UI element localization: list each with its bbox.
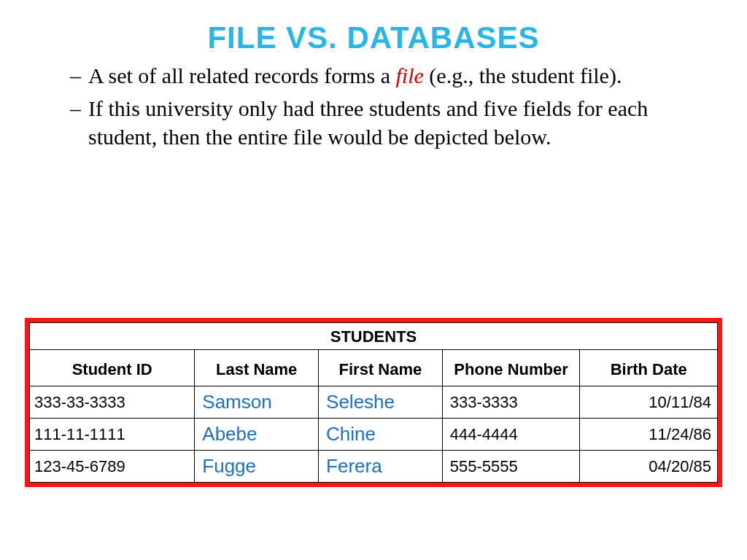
bullet-text: A set of all related records forms a fil… [88, 61, 703, 90]
cell-first-name: Ferera [319, 451, 443, 483]
col-header-first-name: First Name [319, 350, 443, 386]
cell-student-id: 123-45-6789 [30, 451, 195, 483]
col-header-last-name: Last Name [195, 350, 319, 386]
bullet-item: – If this university only had three stud… [70, 94, 703, 151]
col-header-birth-date: Birth Date [580, 350, 718, 386]
table-caption: STUDENTS [30, 323, 718, 350]
keyword-file: file [396, 63, 424, 88]
cell-phone: 555-5555 [442, 451, 580, 483]
bullet-text: If this university only had three studen… [88, 94, 703, 151]
bullet-dash-icon: – [70, 61, 81, 90]
cell-last-name: Samson [195, 386, 319, 419]
cell-first-name: Seleshe [319, 386, 443, 419]
cell-student-id: 111-11-1111 [30, 419, 195, 451]
table-row: 333-33-3333 Samson Seleshe 333-3333 10/1… [30, 386, 718, 419]
cell-phone: 333-3333 [442, 386, 580, 419]
students-table: STUDENTS Student ID Last Name First Name… [29, 322, 718, 483]
slide-title: FILE VS. DATABASES [29, 20, 718, 55]
cell-birth-date: 11/24/86 [580, 419, 718, 451]
cell-student-id: 333-33-3333 [30, 386, 195, 419]
cell-last-name: Fugge [195, 451, 319, 483]
table-row: 123-45-6789 Fugge Ferera 555-5555 04/20/… [30, 451, 718, 483]
bullet-dash-icon: – [70, 94, 81, 151]
table-row: 111-11-1111 Abebe Chine 444-4444 11/24/8… [30, 419, 718, 451]
cell-last-name: Abebe [195, 419, 319, 451]
bullet-item: – A set of all related records forms a f… [70, 61, 703, 90]
cell-first-name: Chine [319, 419, 443, 451]
table-header-row: Student ID Last Name First Name Phone Nu… [30, 350, 718, 386]
cell-phone: 444-4444 [442, 419, 580, 451]
cell-birth-date: 10/11/84 [580, 386, 718, 419]
col-header-phone: Phone Number [442, 350, 580, 386]
cell-birth-date: 04/20/85 [580, 451, 718, 483]
col-header-student-id: Student ID [30, 350, 195, 386]
students-table-container: STUDENTS Student ID Last Name First Name… [25, 318, 722, 487]
bullet-list: – A set of all related records forms a f… [29, 61, 718, 151]
